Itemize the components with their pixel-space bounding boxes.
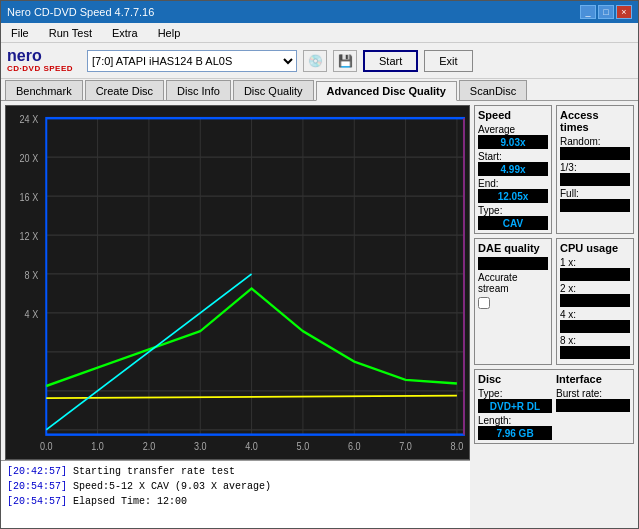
accurate-stream-checkbox-row	[478, 297, 548, 309]
access-times-title: Access times	[560, 109, 630, 133]
tab-scan-disc[interactable]: ScanDisc	[459, 80, 527, 100]
disc-length-value: 7.96 GB	[496, 428, 533, 439]
burst-rate-bar	[556, 399, 630, 412]
speed-access-row: Speed Average 9.03x Start: 4.99x End: 12…	[474, 105, 634, 234]
menu-file[interactable]: File	[5, 25, 35, 41]
speed-title: Speed	[478, 109, 548, 121]
svg-rect-18	[46, 118, 464, 434]
random-bar	[560, 147, 630, 160]
svg-text:4.0: 4.0	[245, 441, 258, 453]
cpu-title: CPU usage	[560, 242, 630, 254]
accurate-stream-label: Accurate stream	[478, 272, 548, 294]
tab-disc-info[interactable]: Disc Info	[166, 80, 231, 100]
full-label: Full:	[560, 188, 630, 199]
speed-type-label: Type:	[478, 205, 548, 216]
svg-text:8.0: 8.0	[451, 441, 464, 453]
svg-text:8 X: 8 X	[25, 269, 39, 281]
maximize-button[interactable]: □	[598, 5, 614, 19]
accurate-stream-checkbox[interactable]	[478, 297, 490, 309]
disc-interface-right: Interface Burst rate:	[556, 373, 630, 440]
exit-button[interactable]: Exit	[424, 50, 472, 72]
speed-average-label: Average	[478, 124, 548, 135]
tab-disc-quality[interactable]: Disc Quality	[233, 80, 314, 100]
log-line-2: [20:54:57] Elapsed Time: 12:00	[7, 494, 464, 509]
one-third-label: 1/3:	[560, 162, 630, 173]
svg-text:12 X: 12 X	[20, 230, 39, 242]
window-title: Nero CD-DVD Speed 4.7.7.16	[7, 6, 154, 18]
tab-create-disc[interactable]: Create Disc	[85, 80, 164, 100]
speed-end-value: 12.05x	[498, 191, 529, 202]
speed-type-bar: CAV	[478, 216, 548, 230]
disc-info-left: Disc Type: DVD+R DL Length: 7.96 GB	[478, 373, 552, 440]
svg-text:1.0: 1.0	[91, 441, 104, 453]
dae-title: DAE quality	[478, 242, 548, 254]
disc-title: Disc	[478, 373, 552, 385]
disc-length-label: Length:	[478, 415, 552, 426]
cpu-1x-label: 1 x:	[560, 257, 630, 268]
one-third-bar	[560, 173, 630, 186]
cpu-4x-label: 4 x:	[560, 309, 630, 320]
disc-panel: Disc Type: DVD+R DL Length: 7.96 GB Inte…	[474, 369, 634, 444]
eject-icon-button[interactable]: 💿	[303, 50, 327, 72]
svg-text:20 X: 20 X	[20, 152, 39, 164]
menu-help[interactable]: Help	[152, 25, 187, 41]
speed-start-bar: 4.99x	[478, 162, 548, 176]
close-button[interactable]: ×	[616, 5, 632, 19]
speed-panel: Speed Average 9.03x Start: 4.99x End: 12…	[474, 105, 552, 234]
tab-advanced-disc-quality[interactable]: Advanced Disc Quality	[316, 81, 457, 101]
burst-rate-label: Burst rate:	[556, 388, 630, 399]
window-controls: _ □ ×	[580, 5, 632, 19]
menu-bar: File Run Test Extra Help	[1, 23, 638, 43]
start-button[interactable]: Start	[363, 50, 418, 72]
disc-type-value: DVD+R DL	[490, 401, 540, 412]
save-icon-button[interactable]: 💾	[333, 50, 357, 72]
cpu-2x-bar	[560, 294, 630, 307]
speed-start-row: Start:	[478, 151, 548, 162]
toolbar: nero CD·DVD SPEED [7:0] ATAPI iHAS124 B …	[1, 43, 638, 79]
svg-text:6.0: 6.0	[348, 441, 361, 453]
disc-type-label: Type:	[478, 388, 552, 399]
nero-product: CD·DVD SPEED	[7, 64, 73, 73]
random-label: Random:	[560, 136, 630, 147]
speed-end-label: End:	[478, 178, 548, 189]
full-bar	[560, 199, 630, 212]
dae-panel: DAE quality Accurate stream	[474, 238, 552, 365]
cpu-2x-label: 2 x:	[560, 283, 630, 294]
svg-text:16 X: 16 X	[20, 191, 39, 203]
interface-title: Interface	[556, 373, 630, 385]
svg-text:4 X: 4 X	[25, 308, 39, 320]
drive-select[interactable]: [7:0] ATAPI iHAS124 B AL0S	[87, 50, 297, 72]
cpu-1x-bar	[560, 268, 630, 281]
access-times-panel: Access times Random: 1/3: Full:	[556, 105, 634, 234]
window: Nero CD-DVD Speed 4.7.7.16 _ □ × File Ru…	[0, 0, 639, 529]
speed-average-bar: 9.03x	[478, 135, 548, 149]
nero-brand: nero	[7, 48, 42, 64]
log-area: [20:42:57] Starting transfer rate test […	[1, 460, 470, 528]
disc-type-bar: DVD+R DL	[478, 399, 552, 413]
speed-start-label: Start:	[478, 151, 502, 162]
svg-text:5.0: 5.0	[297, 441, 310, 453]
speed-start-value: 4.99x	[500, 164, 525, 175]
menu-extra[interactable]: Extra	[106, 25, 144, 41]
svg-text:2.0: 2.0	[143, 441, 156, 453]
speed-end-bar: 12.05x	[478, 189, 548, 203]
menu-run-test[interactable]: Run Test	[43, 25, 98, 41]
tab-benchmark[interactable]: Benchmark	[5, 80, 83, 100]
svg-text:0.0: 0.0	[40, 441, 53, 453]
dae-bar	[478, 257, 548, 270]
dae-cpu-row: DAE quality Accurate stream CPU usage 1 …	[474, 238, 634, 365]
speed-type-value: CAV	[503, 218, 523, 229]
chart-svg: 24 X 20 X 16 X 12 X 8 X 4 X 36 32 28 24 …	[6, 106, 469, 459]
cpu-4x-bar	[560, 320, 630, 333]
minimize-button[interactable]: _	[580, 5, 596, 19]
chart-area: 24 X 20 X 16 X 12 X 8 X 4 X 36 32 28 24 …	[5, 105, 470, 460]
right-panel: Speed Average 9.03x Start: 4.99x End: 12…	[470, 101, 638, 528]
tabs-bar: Benchmark Create Disc Disc Info Disc Qua…	[1, 79, 638, 101]
svg-text:3.0: 3.0	[194, 441, 207, 453]
log-line-0: [20:42:57] Starting transfer rate test	[7, 464, 464, 479]
speed-average-value: 9.03x	[500, 137, 525, 148]
nero-logo: nero CD·DVD SPEED	[7, 48, 73, 73]
svg-text:7.0: 7.0	[399, 441, 412, 453]
cpu-8x-label: 8 x:	[560, 335, 630, 346]
log-line-1: [20:54:57] Speed:5-12 X CAV (9.03 X aver…	[7, 479, 464, 494]
